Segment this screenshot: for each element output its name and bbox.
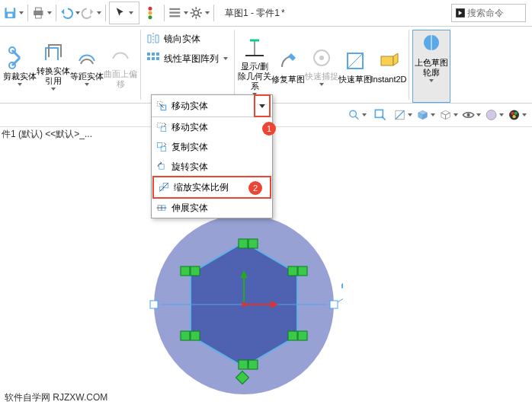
svg-rect-18 (156, 53, 159, 56)
dropdown-header-label: 移动实体 (171, 100, 254, 113)
svg-rect-51 (239, 239, 248, 248)
settings-button[interactable] (189, 2, 210, 24)
svg-rect-56 (298, 331, 307, 340)
section-view-icon[interactable] (393, 105, 413, 125)
traffic-icon[interactable] (139, 2, 161, 24)
svg-rect-20 (152, 57, 155, 60)
svg-rect-61 (181, 266, 190, 276)
menu-stretch[interactable]: 伸展实体 (152, 198, 272, 218)
menu-move[interactable]: 移动实体 (152, 117, 272, 137)
svg-point-6 (149, 7, 152, 11)
svg-rect-66 (150, 301, 158, 308)
svg-rect-62 (191, 266, 200, 276)
svg-rect-65 (330, 301, 338, 308)
sketch-geometry[interactable]: ⌀30 (145, 206, 343, 403)
offset-entities[interactable]: 等距实体 (70, 46, 104, 88)
feature-tree-item[interactable]: 件1 (默认) <<默认>_... (0, 128, 92, 141)
instant2d[interactable]: Instant2D (372, 49, 405, 85)
menu-rotate[interactable]: 旋转实体 (152, 157, 272, 177)
hide-show-icon[interactable] (462, 105, 482, 125)
linear-pattern[interactable]: 线性草图阵列 (144, 49, 231, 68)
svg-rect-37 (161, 126, 165, 131)
svg-point-50 (242, 302, 246, 307)
move-entities-dropdown: 移动实体 移动实体 复制实体 旋转实体 缩放实体比例 伸展实体 (151, 94, 273, 218)
svg-rect-21 (156, 57, 159, 60)
search-input[interactable] (466, 7, 522, 19)
quick-access-toolbar: 草图1 - 零件1* (0, 0, 532, 27)
rotate-icon (152, 161, 171, 173)
svg-rect-59 (181, 331, 190, 340)
apply-scene-icon[interactable] (508, 105, 527, 125)
svg-point-23 (319, 56, 324, 60)
search-command[interactable] (451, 4, 526, 22)
svg-rect-19 (147, 57, 150, 60)
scale-icon (154, 181, 174, 193)
svg-rect-38 (157, 142, 162, 147)
view-orientation-icon[interactable] (416, 105, 436, 125)
svg-point-32 (514, 112, 518, 115)
svg-rect-57 (239, 360, 248, 369)
svg-point-31 (511, 112, 514, 115)
svg-rect-39 (161, 146, 165, 151)
move-icon (152, 121, 171, 133)
svg-point-8 (149, 15, 152, 19)
svg-rect-53 (288, 266, 297, 276)
svg-point-12 (194, 11, 198, 15)
svg-rect-10 (169, 11, 180, 13)
select-tool[interactable] (109, 2, 139, 24)
svg-rect-5 (35, 14, 41, 18)
trim-entities[interactable]: 剪裁实体 (3, 46, 37, 88)
display-relations[interactable]: 显示/删除几何关系 (238, 36, 271, 97)
dropdown-header[interactable]: 移动实体 (152, 95, 272, 117)
callout-2: 2 (248, 181, 262, 195)
document-title: 草图1 - 零件1* (217, 5, 293, 21)
svg-point-28 (466, 113, 470, 116)
svg-rect-16 (147, 53, 150, 56)
shaded-sketch-contours[interactable]: 上色草图轮廓 (412, 30, 450, 103)
svg-rect-40 (159, 164, 164, 169)
svg-rect-25 (381, 56, 393, 65)
svg-rect-58 (248, 360, 258, 369)
svg-rect-55 (288, 331, 297, 340)
zoom-area-icon[interactable] (370, 105, 390, 125)
svg-rect-54 (298, 266, 307, 276)
svg-point-33 (512, 115, 515, 118)
undo-button[interactable] (59, 2, 81, 24)
svg-rect-4 (35, 8, 41, 11)
footer-credit: 软件自学网 RJZXW.COM (0, 390, 107, 405)
run-icon (455, 8, 466, 18)
convert-entities[interactable]: 转换实体引用 (37, 40, 70, 92)
display-style-icon[interactable] (439, 105, 459, 125)
svg-rect-52 (248, 239, 258, 248)
edit-appearance-icon[interactable] (485, 105, 505, 125)
svg-rect-17 (152, 53, 155, 56)
svg-point-29 (486, 110, 496, 120)
move-icon (152, 100, 171, 112)
svg-rect-11 (169, 15, 180, 17)
print-button[interactable] (31, 2, 53, 24)
stretch-icon (152, 202, 171, 214)
svg-rect-2 (8, 14, 12, 18)
dropdown-expand[interactable] (254, 94, 271, 117)
svg-rect-9 (169, 8, 180, 10)
svg-point-7 (149, 11, 152, 15)
svg-rect-1 (7, 8, 14, 11)
move-entities-row[interactable] (144, 69, 231, 88)
zoom-fit-icon[interactable] (348, 105, 367, 125)
list-view-button[interactable] (168, 2, 189, 24)
ribbon: 剪裁实体 转换实体引用 等距实体 曲面上偏移 镜向实体 线性草图阵列 显示/删除… (0, 27, 532, 104)
copy-icon (152, 141, 171, 153)
svg-text:⌀30: ⌀30 (341, 279, 343, 290)
svg-rect-60 (191, 331, 200, 340)
svg-rect-36 (157, 123, 162, 127)
mirror-entities[interactable]: 镜向实体 (144, 30, 231, 48)
rapid-sketch[interactable]: 快速草图 (338, 49, 372, 85)
save-button[interactable] (3, 2, 24, 24)
surface-offset: 曲面上偏移 (104, 43, 137, 89)
repair-sketch[interactable]: 修复草图 (271, 49, 305, 85)
redo-button[interactable] (81, 2, 102, 24)
quick-snap: 快速捕捉 (305, 46, 338, 88)
callout-1: 1 (262, 122, 276, 136)
menu-copy[interactable]: 复制实体 (152, 137, 272, 157)
